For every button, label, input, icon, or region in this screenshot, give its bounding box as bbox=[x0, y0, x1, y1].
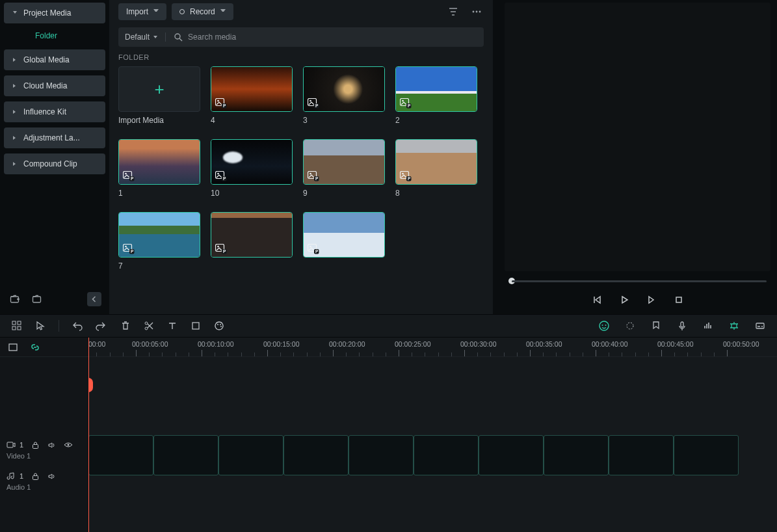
ruler-minor-mark bbox=[517, 352, 518, 356]
svg-point-56 bbox=[220, 326, 222, 327]
next-frame-button[interactable] bbox=[644, 292, 659, 308]
sidebar-item-project-media[interactable]: Project Media bbox=[4, 3, 105, 23]
timeline-clip[interactable] bbox=[153, 435, 218, 475]
filter-button[interactable] bbox=[446, 5, 460, 19]
timeline-clip[interactable] bbox=[479, 435, 544, 475]
grid-view-button[interactable] bbox=[10, 319, 23, 332]
media-item[interactable]: P 1 bbox=[118, 139, 200, 198]
video-track-header[interactable]: 1 Video 1 bbox=[0, 435, 88, 462]
chevron-right-icon bbox=[13, 110, 17, 114]
marker-button[interactable] bbox=[650, 319, 663, 332]
record-button[interactable]: Record bbox=[172, 3, 233, 20]
svg-text:P: P bbox=[408, 103, 411, 108]
lock-icon[interactable] bbox=[31, 472, 40, 481]
media-panel: Import Record Default bbox=[109, 0, 493, 314]
media-thumbnail[interactable]: P bbox=[395, 66, 477, 112]
timeline-clip[interactable] bbox=[349, 435, 414, 475]
delete-button[interactable] bbox=[119, 319, 132, 332]
text-button[interactable] bbox=[166, 319, 179, 332]
folder-settings-button[interactable] bbox=[30, 292, 44, 306]
media-item[interactable]: P 7 bbox=[118, 212, 200, 271]
media-item[interactable]: P bbox=[211, 212, 293, 271]
media-thumbnail[interactable]: P bbox=[303, 212, 385, 258]
media-thumbnail[interactable]: P bbox=[303, 139, 385, 185]
image-type-icon: P bbox=[215, 98, 227, 109]
new-folder-button[interactable] bbox=[8, 292, 22, 306]
voiceover-button[interactable] bbox=[676, 319, 689, 332]
timeline-clip[interactable] bbox=[609, 435, 674, 475]
svg-rect-63 bbox=[756, 323, 764, 328]
timeline-clip[interactable] bbox=[218, 435, 283, 475]
ruler-major-mark bbox=[596, 350, 596, 356]
ai-assistant-button[interactable] bbox=[598, 319, 611, 332]
media-item[interactable]: P 10 bbox=[211, 139, 293, 198]
media-item[interactable]: P 3 bbox=[303, 66, 385, 125]
select-tool-button[interactable] bbox=[34, 319, 47, 332]
undo-button[interactable] bbox=[71, 319, 84, 332]
timeline-clip[interactable] bbox=[283, 435, 349, 475]
crop-button[interactable] bbox=[189, 319, 202, 332]
import-media-tile[interactable]: + Import Media bbox=[118, 66, 200, 125]
collapse-sidebar-button[interactable] bbox=[87, 292, 101, 306]
timeline-ruler[interactable]: 00:00 00:00:05:0000:00:10:0000:00:15:000… bbox=[88, 338, 777, 357]
media-thumbnail[interactable]: P bbox=[395, 139, 477, 185]
ruler-tick: 00:00:25:00 bbox=[395, 340, 430, 348]
svg-rect-65 bbox=[7, 442, 13, 447]
auto-reframe-button[interactable] bbox=[728, 319, 741, 332]
visibility-icon[interactable] bbox=[64, 440, 73, 449]
sidebar-item-compound-clip[interactable]: Compound Clip bbox=[4, 153, 105, 174]
sidebar-item-global-media[interactable]: Global Media bbox=[4, 49, 105, 70]
media-item[interactable]: P 2 bbox=[395, 66, 477, 125]
media-item[interactable]: P 9 bbox=[303, 139, 385, 198]
svg-point-57 bbox=[599, 321, 609, 330]
color-button[interactable] bbox=[213, 319, 226, 332]
sidebar-item-adjustment-layer[interactable]: Adjustment La... bbox=[4, 127, 105, 148]
sidebar-subitem-folder[interactable]: Folder bbox=[4, 29, 105, 49]
timeline-tracks[interactable]: 00:00 00:00:05:0000:00:10:0000:00:15:000… bbox=[88, 338, 777, 532]
media-thumbnail[interactable]: P bbox=[118, 139, 200, 185]
import-button[interactable]: Import bbox=[118, 3, 166, 20]
image-type-icon: P bbox=[400, 98, 412, 109]
timeline-options-button[interactable] bbox=[7, 341, 20, 354]
split-button[interactable] bbox=[142, 319, 155, 332]
preview-canvas[interactable] bbox=[505, 3, 770, 271]
sidebar-item-influence-kit[interactable]: Influence Kit bbox=[4, 101, 105, 122]
play-button[interactable] bbox=[616, 292, 632, 308]
media-item[interactable]: P bbox=[303, 212, 385, 271]
sidebar-item-label: Adjustment La... bbox=[23, 133, 80, 142]
media-item[interactable]: P 8 bbox=[395, 139, 477, 198]
lock-icon[interactable] bbox=[31, 441, 40, 449]
sidebar-item-cloud-media[interactable]: Cloud Media bbox=[4, 75, 105, 96]
media-thumbnail[interactable]: P bbox=[211, 139, 293, 185]
audio-mixer-button[interactable] bbox=[702, 319, 715, 332]
audio-track-header[interactable]: 1 Audio 1 bbox=[0, 466, 88, 494]
timeline-clip[interactable] bbox=[414, 435, 479, 475]
stop-button[interactable] bbox=[671, 292, 687, 308]
render-button[interactable] bbox=[624, 319, 637, 332]
media-item[interactable]: P 4 bbox=[211, 66, 293, 125]
playhead[interactable] bbox=[88, 338, 89, 532]
prev-frame-button[interactable] bbox=[589, 292, 605, 308]
subtitle-button[interactable] bbox=[754, 319, 767, 332]
ruler-minor-mark bbox=[228, 352, 228, 356]
media-thumbnail[interactable]: P bbox=[303, 66, 385, 112]
chevron-down-icon bbox=[153, 9, 159, 14]
plus-icon: + bbox=[154, 79, 164, 100]
media-thumbnail[interactable]: P bbox=[211, 66, 293, 112]
timeline-clip[interactable] bbox=[544, 435, 609, 475]
search-input[interactable] bbox=[188, 33, 477, 42]
scrubber-track bbox=[512, 280, 767, 282]
sort-dropdown[interactable]: Default bbox=[125, 33, 166, 42]
more-options-button[interactable] bbox=[469, 5, 484, 19]
playhead-handle[interactable] bbox=[88, 378, 93, 392]
media-thumbnail[interactable]: P bbox=[118, 212, 200, 258]
timeline-clip[interactable] bbox=[674, 435, 739, 475]
preview-scrubber[interactable] bbox=[505, 276, 770, 286]
mute-icon[interactable] bbox=[47, 472, 56, 481]
link-button[interactable] bbox=[29, 341, 42, 354]
svg-point-19 bbox=[125, 173, 127, 175]
mute-icon[interactable] bbox=[47, 441, 56, 449]
timeline-clip[interactable] bbox=[88, 435, 153, 475]
redo-button[interactable] bbox=[94, 319, 107, 332]
media-thumbnail[interactable]: P bbox=[211, 212, 293, 258]
